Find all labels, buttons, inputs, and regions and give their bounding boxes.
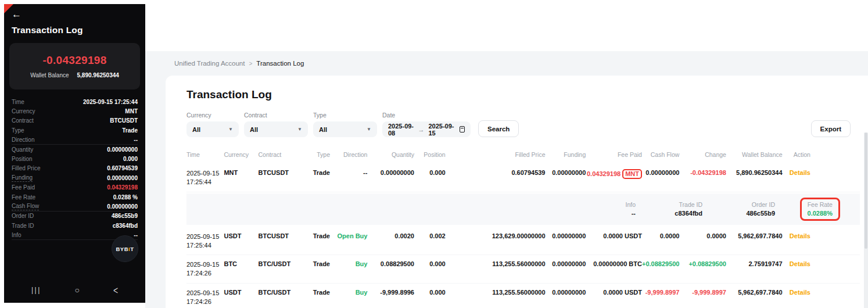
cell-filled-price: 123,629.00000000: [446, 232, 546, 239]
details-link[interactable]: Details: [783, 260, 810, 267]
date-from: 2025-09-08: [388, 123, 414, 137]
vertical-scrollbar[interactable]: [864, 132, 868, 308]
export-button[interactable]: Export: [811, 120, 851, 137]
col-header-currency: Currency: [224, 151, 258, 158]
scrollbar-thumb[interactable]: [865, 132, 867, 249]
wallet-balance-label: Wallet Balance: [30, 72, 69, 78]
cell-contract: BTC/USDT: [259, 289, 306, 296]
breadcrumb-root-link[interactable]: Unified Trading Account: [174, 60, 245, 67]
cell-position: 0.002: [414, 232, 446, 239]
col-header-direction: Direction: [330, 151, 367, 158]
col-header-quantity: Quantity: [367, 151, 414, 158]
content-card: Transaction Log Currency All▼ Contract A…: [166, 76, 868, 308]
currency-filter-label: Currency: [186, 112, 239, 119]
cell-position: 0.000: [414, 260, 446, 267]
cell-filled-price: 0.60794539: [446, 169, 546, 176]
type-select[interactable]: All▼: [313, 121, 377, 137]
cell-type: Trade: [305, 260, 330, 267]
currency-select[interactable]: All▼: [186, 121, 239, 137]
field-row-quantity: Quantity0.00000000: [12, 145, 138, 154]
field-label: Type: [12, 127, 24, 134]
detail-order-id: Order ID486c55b9: [702, 201, 775, 217]
cell-contract: BTCUSDT: [259, 169, 306, 176]
recents-icon[interactable]: |||: [31, 286, 41, 294]
col-header-wallet-balance: Wallet Balance: [726, 151, 783, 158]
fee-rate-annotation-box: Fee Rate0.0288%: [800, 198, 840, 221]
field-row-contract: ContractBTCUSDT: [12, 116, 138, 126]
details-link[interactable]: Details: [783, 289, 810, 296]
cell-position: 0.000: [414, 289, 446, 296]
back-nav-icon[interactable]: <: [113, 284, 118, 296]
cell-currency: USDT: [224, 289, 258, 296]
cell-direction: Buy: [330, 289, 367, 296]
currency-filter: Currency All▼: [186, 112, 239, 137]
col-header-change: Change: [679, 151, 726, 158]
cell-type: Trade: [305, 169, 330, 176]
cell-change: 0.0000: [679, 232, 726, 239]
detail-info: Info--: [595, 201, 636, 217]
search-button[interactable]: Search: [478, 120, 519, 137]
cell-time: 2025-09-1517:25:44: [186, 232, 224, 250]
cell-wallet-balance: 2.75919747: [726, 260, 783, 267]
back-arrow-icon[interactable]: ←: [4, 4, 145, 20]
field-label: Info: [12, 232, 21, 238]
cell-wallet-balance: 5,962,697.7840: [726, 232, 783, 239]
field-label: Position: [12, 156, 33, 162]
field-row-direction: Direction--: [12, 135, 138, 145]
field-label-tooltip[interactable]: Funding: [12, 174, 33, 182]
cell-direction: Buy: [330, 260, 367, 267]
field-value: 0.60794539: [107, 165, 138, 171]
col-header-action: Action: [783, 151, 810, 158]
field-label: Contract: [12, 117, 34, 124]
transaction-table: Time Currency Contract Type Direction Qu…: [186, 148, 860, 308]
breadcrumb-separator-icon: >: [249, 60, 252, 67]
field-row-fee-rate: Fee Rate0.0288 %: [12, 192, 138, 202]
cell-filled-price: 113,255.56000000: [446, 260, 546, 267]
field-value-fee-paid: 0.04329198: [107, 184, 138, 191]
date-to: 2025-09-15: [428, 123, 454, 137]
cell-cash-flow: -9,999.8997: [642, 289, 679, 296]
cell-time: 2025-09-1517:24:26: [186, 260, 224, 278]
date-range-picker[interactable]: 2025-09-08 → 2025-09-15: [382, 121, 471, 137]
field-value: c8364fbd: [113, 223, 138, 229]
cell-time: 2025-09-1517:24:26: [186, 289, 224, 306]
cell-wallet-balance: 5,962,697.7840: [726, 289, 783, 296]
field-row-filled-price: Filled Price0.60794539: [12, 164, 138, 173]
field-row-currency: CurrencyMNT: [12, 106, 138, 116]
type-filter: Type All▼: [313, 112, 377, 137]
details-link[interactable]: Details: [783, 169, 810, 176]
contract-select[interactable]: All▼: [244, 121, 308, 137]
col-header-position: Position: [414, 151, 446, 158]
field-value: 0.00000000: [107, 175, 138, 181]
cell-fee-paid: 0.0000 USDT: [586, 232, 642, 239]
type-filter-label: Type: [313, 112, 377, 119]
cell-currency: BTC: [224, 260, 258, 267]
field-label: Direction: [12, 137, 34, 143]
bybit-logo: BYBIT: [112, 235, 138, 262]
cell-fee-paid: 0.0000 USDT: [586, 289, 642, 296]
home-icon[interactable]: ○: [75, 285, 80, 295]
cell-position: 0.000: [414, 169, 446, 176]
field-value: MNT: [125, 108, 138, 114]
detail-field-list: Time2025-09-15 17:25:44 CurrencyMNT Cont…: [4, 97, 145, 240]
field-value: 0.00000000: [107, 146, 138, 153]
cell-type: Trade: [305, 232, 330, 239]
cell-change: +0.08829500: [679, 260, 726, 267]
field-row-time: Time2025-09-15 17:25:44: [12, 97, 138, 106]
field-label-tooltip[interactable]: Cash Flow: [12, 203, 39, 210]
contract-filter-label: Contract: [244, 112, 308, 119]
fee-unit-annotation-box: MNT: [622, 169, 642, 179]
field-value: Trade: [122, 127, 138, 134]
cell-currency: USDT: [224, 232, 258, 239]
field-row-position: Position0.000: [12, 154, 138, 163]
cell-direction: Open Buy: [330, 232, 367, 239]
chevron-down-icon: ▼: [358, 127, 371, 132]
cell-cash-flow: +0.08829500: [642, 260, 679, 267]
field-row-fee-paid: Fee Paid0.04329198: [12, 183, 138, 192]
field-value: 0.000: [123, 156, 138, 162]
summary-amount: -0.04329198: [42, 54, 106, 67]
field-value: --: [134, 137, 138, 143]
details-link[interactable]: Details: [783, 232, 810, 239]
cell-funding: 0.00000000: [546, 169, 586, 176]
calendar-icon: [460, 126, 465, 132]
